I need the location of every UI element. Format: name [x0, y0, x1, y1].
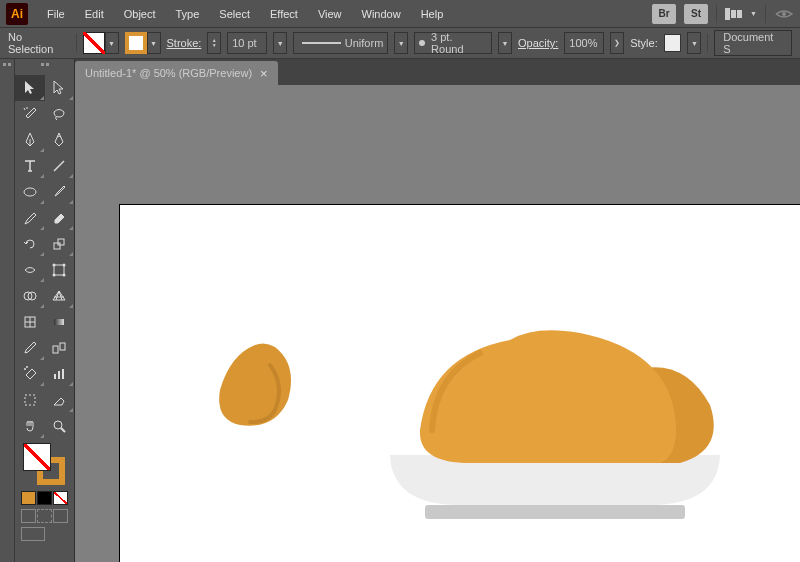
canvas-viewport[interactable]	[75, 85, 800, 562]
svg-rect-17	[60, 343, 65, 350]
svg-rect-22	[62, 369, 64, 379]
stroke-dropdown-icon[interactable]: ▼	[147, 32, 161, 54]
opacity-label[interactable]: Opacity:	[518, 37, 558, 49]
menu-edit[interactable]: Edit	[76, 4, 113, 24]
document-tab[interactable]: Untitled-1* @ 50% (RGB/Preview) ×	[75, 61, 278, 85]
separator	[76, 34, 77, 52]
svg-rect-16	[53, 346, 58, 353]
artboard[interactable]	[120, 205, 800, 562]
stroke-label[interactable]: Stroke:	[167, 37, 202, 49]
stroke-profile-dropdown-icon[interactable]: ▼	[394, 32, 408, 54]
column-graph-tool[interactable]	[45, 361, 75, 387]
stroke-weight-dropdown-icon[interactable]: ▼	[273, 32, 287, 54]
ellipse-tool[interactable]	[15, 179, 45, 205]
menu-effect[interactable]: Effect	[261, 4, 307, 24]
eyedropper-tool[interactable]	[15, 335, 45, 361]
slice-tool[interactable]	[45, 387, 75, 413]
rotate-tool[interactable]	[15, 231, 45, 257]
svg-rect-20	[54, 374, 56, 379]
curvature-tool[interactable]	[45, 127, 75, 153]
brush-select[interactable]: 3 pt. Round	[414, 32, 492, 54]
tab-handle-icon	[2, 63, 12, 71]
svg-rect-26	[425, 505, 685, 519]
eraser-tool[interactable]	[45, 205, 75, 231]
fill-swatch[interactable]	[83, 32, 105, 54]
swatch-orange[interactable]	[21, 491, 36, 505]
gpu-preview-icon[interactable]	[774, 6, 794, 22]
line-segment-tool[interactable]	[45, 153, 75, 179]
gradient-tool[interactable]	[45, 309, 75, 335]
stroke-profile-select[interactable]: Uniform	[293, 32, 388, 54]
workspace: Untitled-1* @ 50% (RGB/Preview) ×	[75, 59, 800, 562]
style-dropdown-icon[interactable]: ▼	[687, 32, 701, 54]
stroke-weight-field[interactable]: 10 pt	[227, 32, 267, 54]
draw-normal[interactable]	[21, 509, 36, 523]
lasso-tool[interactable]	[45, 101, 75, 127]
svg-point-8	[53, 274, 56, 277]
draw-behind[interactable]	[37, 509, 52, 523]
blend-tool[interactable]	[45, 335, 75, 361]
svg-line-1	[54, 161, 64, 171]
direct-selection-tool[interactable]	[45, 75, 75, 101]
svg-point-24	[54, 421, 62, 429]
menu-type[interactable]: Type	[167, 4, 209, 24]
menu-view[interactable]: View	[309, 4, 351, 24]
free-transform-tool[interactable]	[45, 257, 75, 283]
svg-point-9	[63, 274, 66, 277]
draw-inside[interactable]	[53, 509, 68, 523]
fill-dropdown-icon[interactable]: ▼	[105, 32, 119, 54]
bridge-icon[interactable]: Br	[652, 4, 676, 24]
document-setup-button[interactable]: Document S	[714, 30, 792, 56]
width-tool[interactable]	[15, 257, 45, 283]
opacity-field[interactable]: 100%	[564, 32, 604, 54]
hand-tool[interactable]	[15, 413, 45, 439]
svg-point-7	[63, 264, 66, 267]
mesh-tool[interactable]	[15, 309, 45, 335]
menu-select[interactable]: Select	[210, 4, 259, 24]
style-label: Style:	[630, 37, 658, 49]
separator	[707, 34, 708, 52]
swatch-none[interactable]	[53, 491, 68, 505]
style-swatch[interactable]	[664, 34, 682, 52]
arrange-documents-icon[interactable]	[725, 8, 742, 20]
app-logo: Ai	[6, 3, 28, 25]
pen-tool[interactable]	[15, 127, 45, 153]
selection-tool[interactable]	[15, 75, 45, 101]
svg-point-19	[26, 366, 28, 368]
close-tab-icon[interactable]: ×	[260, 66, 268, 81]
type-tool[interactable]	[15, 153, 45, 179]
tools-panel	[15, 59, 75, 562]
stroke-weight-stepper[interactable]: ▲▼	[207, 32, 221, 54]
scale-tool[interactable]	[45, 231, 75, 257]
magic-wand-tool[interactable]	[15, 101, 45, 127]
zoom-tool[interactable]	[45, 413, 75, 439]
paintbrush-tool[interactable]	[45, 179, 75, 205]
brush-dropdown-icon[interactable]: ▼	[498, 32, 512, 54]
perspective-grid-tool[interactable]	[45, 283, 75, 309]
menu-window[interactable]: Window	[353, 4, 410, 24]
svg-line-25	[61, 428, 65, 432]
stroke-swatch[interactable]	[125, 32, 147, 54]
menu-file[interactable]: File	[38, 4, 74, 24]
screen-mode-button[interactable]	[21, 527, 45, 541]
svg-rect-23	[25, 395, 35, 405]
toolbar-collapse-column[interactable]	[0, 59, 15, 562]
fill-indicator[interactable]	[23, 443, 51, 471]
menu-help[interactable]: Help	[412, 4, 453, 24]
menu-object[interactable]: Object	[115, 4, 165, 24]
opacity-dropdown-icon[interactable]: ❯	[610, 32, 624, 54]
swatch-row-1	[15, 489, 74, 507]
shaper-tool[interactable]	[15, 205, 45, 231]
selection-status: No Selection	[8, 31, 70, 55]
arrange-dropdown-icon[interactable]: ▼	[750, 10, 757, 17]
artboard-tool[interactable]	[15, 387, 45, 413]
stock-icon[interactable]: St	[684, 4, 708, 24]
separator	[716, 5, 717, 23]
fill-stroke-indicator[interactable]	[15, 439, 74, 489]
symbol-sprayer-tool[interactable]	[15, 361, 45, 387]
swatch-row-2	[15, 507, 74, 525]
svg-rect-3	[54, 243, 60, 249]
shape-builder-tool[interactable]	[15, 283, 45, 309]
tools-handle-icon[interactable]	[40, 63, 50, 71]
swatch-black[interactable]	[37, 491, 52, 505]
